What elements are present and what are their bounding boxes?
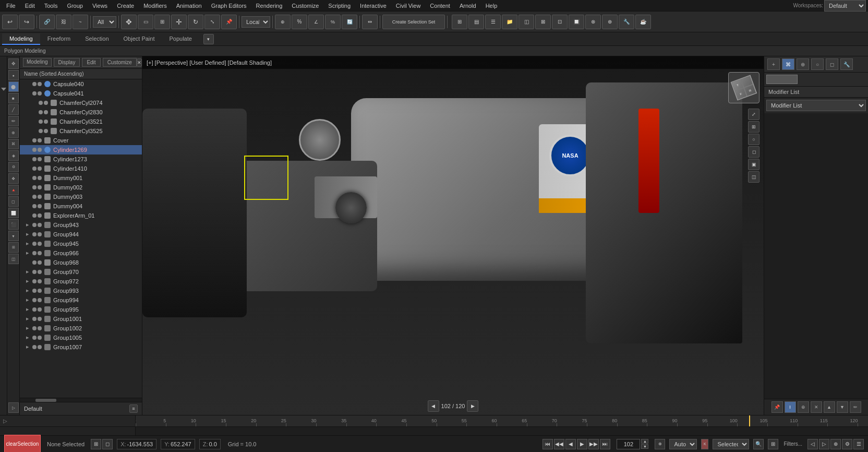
scene-item-group1001[interactable]: ▶Group1001: [20, 314, 142, 324]
scene-item-group972[interactable]: ▶Group972: [20, 277, 142, 286]
scene-item-dummy004[interactable]: Dummy004: [20, 201, 142, 211]
tool-4[interactable]: ⊕: [8, 127, 19, 138]
tool-15[interactable]: ◫: [8, 254, 19, 264]
scene-item-group945[interactable]: ▶Group945: [20, 239, 142, 248]
window-crossing-button[interactable]: ⊞: [154, 15, 170, 29]
filter-dropdown[interactable]: All: [93, 16, 116, 28]
menu-content[interactable]: Content: [426, 2, 454, 10]
menu-group[interactable]: Group: [63, 2, 87, 10]
undo-button[interactable]: ↩: [2, 15, 18, 29]
scene-item-dummy003[interactable]: Dummy003: [20, 192, 142, 201]
btn-a3[interactable]: ⊡: [552, 15, 568, 29]
tool-10[interactable]: ◻: [8, 196, 19, 207]
vp-option4[interactable]: ▣: [748, 159, 760, 170]
btn-a6[interactable]: ⊕: [602, 15, 618, 29]
frame-down[interactable]: ▼: [641, 444, 648, 449]
mirror-button[interactable]: ⇔: [362, 15, 378, 29]
scene-item-chamfercyl2074[interactable]: ChamferCyl2074: [20, 98, 142, 108]
status-right2[interactable]: ▷: [819, 439, 829, 449]
vp-prev-frame[interactable]: ◀: [428, 400, 439, 412]
tool-7[interactable]: ⚙: [8, 162, 19, 172]
scene-list[interactable]: Capsule040Capsule041ChamferCyl2074Chamfe…: [20, 79, 142, 398]
rp-mod6[interactable]: ✏: [850, 401, 861, 413]
tool-5[interactable]: ⌘: [8, 139, 19, 149]
expand-arrow[interactable]: [1, 88, 6, 91]
scene-item-chamfercyl3521[interactable]: ChamferCyl3521: [20, 117, 142, 126]
scene-item-cylinder1410[interactable]: Cylinder1410: [20, 164, 142, 173]
btn-a8[interactable]: ☕: [635, 15, 651, 29]
btn-a4[interactable]: 🔲: [569, 15, 584, 29]
menu-help[interactable]: Help: [481, 2, 502, 10]
frame-input[interactable]: [617, 439, 640, 449]
scene-h-scroll-thumb[interactable]: [35, 399, 56, 402]
filter-keys-btn[interactable]: ⊞: [768, 439, 778, 449]
bind-button[interactable]: ~: [73, 15, 88, 29]
timeline-track[interactable]: [136, 427, 868, 435]
rp-tab-utilities[interactable]: 🔧: [840, 58, 853, 70]
select-button[interactable]: ✥: [121, 15, 137, 29]
status-right3[interactable]: ⊕: [830, 439, 841, 449]
pb-prev[interactable]: ◀: [565, 439, 576, 449]
status-right5[interactable]: ☰: [853, 439, 864, 449]
rp-mod5[interactable]: ▼: [837, 401, 848, 413]
scene-tab-customize[interactable]: Customize: [103, 58, 137, 67]
rp-tab-modify[interactable]: ⌘: [782, 58, 794, 70]
rp-mod1[interactable]: I: [785, 401, 796, 413]
scene-item-group1002[interactable]: ▶Group1002: [20, 324, 142, 333]
create-selection-set-button[interactable]: Create Selection Set: [382, 15, 445, 29]
rp-tab-motion[interactable]: ○: [811, 58, 824, 70]
coord-system-dropdown[interactable]: Local: [242, 16, 270, 28]
scene-explorer-btn[interactable]: ☰: [485, 15, 501, 29]
scene-item-explorerarm_01[interactable]: ExplorerArm_01: [20, 211, 142, 220]
tool-8[interactable]: ❖: [8, 173, 19, 184]
tab-freeform[interactable]: Freeform: [40, 33, 78, 45]
menu-civil-view[interactable]: Civil View: [392, 2, 425, 10]
rp-pin[interactable]: 📌: [771, 401, 783, 413]
vp-option1[interactable]: ⊞: [748, 121, 760, 133]
tab-options-btn[interactable]: ▾: [203, 34, 214, 44]
scene-item-group970[interactable]: ▶Group970: [20, 267, 142, 277]
scene-item-chamfercyl2830[interactable]: ChamferCyl2830: [20, 108, 142, 117]
scene-item-cover[interactable]: Cover: [20, 136, 142, 145]
auto-key-dropdown[interactable]: Auto: [669, 439, 697, 449]
vp-option2[interactable]: ○: [748, 134, 760, 145]
tool-select[interactable]: ✥: [8, 58, 19, 69]
unlink-button[interactable]: ⛓: [56, 15, 71, 29]
rp-mod4[interactable]: ▲: [824, 401, 835, 413]
pb-start[interactable]: ⏮: [542, 439, 553, 449]
status-icon1[interactable]: ⊞: [91, 439, 101, 449]
tab-populate[interactable]: Populate: [162, 33, 199, 45]
menu-file[interactable]: File: [2, 2, 20, 10]
scene-item-group944[interactable]: ▶Group944: [20, 230, 142, 239]
move-button[interactable]: ✛: [171, 15, 187, 29]
tool-12[interactable]: ⬛: [8, 219, 19, 230]
angle-snap-button[interactable]: ∠: [308, 15, 324, 29]
pivot-button[interactable]: ⊕: [275, 15, 291, 29]
scene-item-cylinder1273[interactable]: Cylinder1273: [20, 154, 142, 164]
tool-bottom1[interactable]: ▷: [8, 402, 19, 413]
scene-item-capsule040[interactable]: Capsule040: [20, 79, 142, 89]
tool-sphere[interactable]: ●: [8, 70, 19, 80]
timeline-playhead[interactable]: [749, 415, 750, 426]
tool-cylinder[interactable]: ⬤: [8, 81, 19, 92]
region-select-button[interactable]: ▭: [138, 15, 153, 29]
scene-panel-close[interactable]: ✕: [137, 58, 142, 67]
tool-14[interactable]: ⊞: [8, 242, 19, 253]
scene-item-group993[interactable]: ▶Group993: [20, 286, 142, 295]
scene-item-dummy002[interactable]: Dummy002: [20, 183, 142, 192]
scene-item-group994[interactable]: ▶Group994: [20, 295, 142, 305]
pb-next[interactable]: ▶▶: [588, 439, 599, 449]
pb-play[interactable]: ▶: [577, 439, 587, 449]
pb-end[interactable]: ⏭: [600, 439, 610, 449]
redo-button[interactable]: ↪: [19, 15, 34, 29]
vp-next-frame[interactable]: ▶: [467, 400, 478, 412]
scene-item-chamfercyl3525[interactable]: ChamferCyl3525: [20, 126, 142, 136]
menu-interactive[interactable]: Interactive: [356, 2, 391, 10]
scene-item-group995[interactable]: ▶Group995: [20, 305, 142, 314]
btn-a5[interactable]: ⊗: [585, 15, 601, 29]
vp-option5[interactable]: ◫: [748, 171, 760, 183]
menu-modifiers[interactable]: Modifiers: [139, 2, 171, 10]
menu-animation[interactable]: Animation: [172, 2, 206, 10]
tab-selection[interactable]: Selection: [78, 33, 116, 45]
selected-dropdown[interactable]: Selected: [713, 439, 749, 449]
